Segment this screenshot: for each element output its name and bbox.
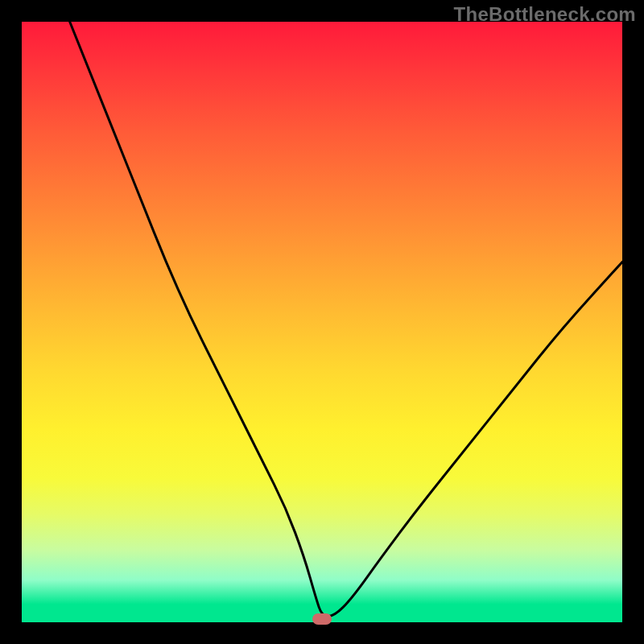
chart-frame: TheBottleneck.com (0, 0, 644, 644)
watermark-text: TheBottleneck.com (454, 3, 636, 26)
plot-area (22, 22, 622, 622)
optimal-point-marker (312, 613, 332, 625)
bottleneck-curve (22, 22, 622, 622)
curve-path (70, 22, 622, 617)
